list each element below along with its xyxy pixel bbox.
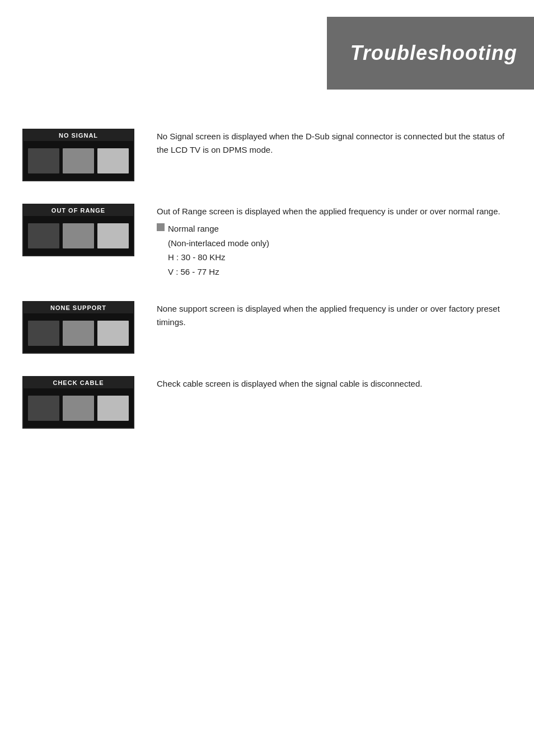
out-of-range-block-mid <box>63 223 94 248</box>
no-signal-block: NO SIGNAL No Signal screen is displayed … <box>22 129 512 181</box>
none-support-text: None support screen is displayed when th… <box>157 302 512 329</box>
no-signal-block-dark <box>28 148 59 173</box>
check-cable-block-light <box>97 396 129 421</box>
check-cable-block-mid <box>63 396 94 421</box>
no-signal-block-light <box>97 148 129 173</box>
no-signal-text: No Signal screen is displayed when the D… <box>157 130 512 157</box>
none-support-block-mid <box>63 321 94 346</box>
no-signal-screen <box>24 141 133 180</box>
normal-range-section: Normal range (Non-interlaced mode only) … <box>157 222 512 279</box>
out-of-range-block-dark <box>28 223 59 248</box>
none-support-block-dark <box>28 321 59 346</box>
none-support-block-light <box>97 321 129 346</box>
page-title: Troubleshooting <box>350 41 517 65</box>
range-icon <box>157 223 165 231</box>
no-signal-monitor: NO SIGNAL <box>22 129 134 181</box>
normal-range-label: Normal range <box>168 224 219 233</box>
check-cable-description: Check cable screen is displayed when the… <box>157 376 512 393</box>
check-cable-monitor: CHECK CABLE <box>22 376 134 429</box>
range-details: Normal range (Non-interlaced mode only) … <box>168 222 269 279</box>
no-signal-label: NO SIGNAL <box>24 130 133 141</box>
header-bar: Troubleshooting <box>327 17 534 90</box>
no-signal-block-mid <box>63 148 94 173</box>
out-of-range-label: OUT OF RANGE <box>24 205 133 216</box>
check-cable-block-dark <box>28 396 59 421</box>
normal-range-sub1: (Non-interlaced mode only) <box>168 238 269 248</box>
out-of-range-block-light <box>97 223 129 248</box>
check-cable-text: Check cable screen is displayed when the… <box>157 377 512 391</box>
check-cable-label: CHECK CABLE <box>24 377 133 388</box>
out-of-range-description: Out of Range screen is displayed when th… <box>157 204 512 279</box>
none-support-screen <box>24 313 133 353</box>
out-of-range-block: OUT OF RANGE Out of Range screen is disp… <box>22 204 512 279</box>
none-support-block: NONE SUPPORT None support screen is disp… <box>22 301 512 354</box>
normal-range-sub2: H : 30 - 80 KHz <box>168 252 226 262</box>
out-of-range-screen <box>24 216 133 255</box>
normal-range-sub3: V : 56 - 77 Hz <box>168 267 219 276</box>
none-support-monitor: NONE SUPPORT <box>22 301 134 354</box>
none-support-label: NONE SUPPORT <box>24 302 133 313</box>
main-content: NO SIGNAL No Signal screen is displayed … <box>22 129 512 451</box>
check-cable-block: CHECK CABLE Check cable screen is displa… <box>22 376 512 429</box>
none-support-description: None support screen is displayed when th… <box>157 301 512 331</box>
check-cable-screen <box>24 388 133 428</box>
out-of-range-monitor: OUT OF RANGE <box>22 204 134 256</box>
no-signal-description: No Signal screen is displayed when the D… <box>157 129 512 159</box>
out-of-range-text: Out of Range screen is displayed when th… <box>157 205 512 218</box>
